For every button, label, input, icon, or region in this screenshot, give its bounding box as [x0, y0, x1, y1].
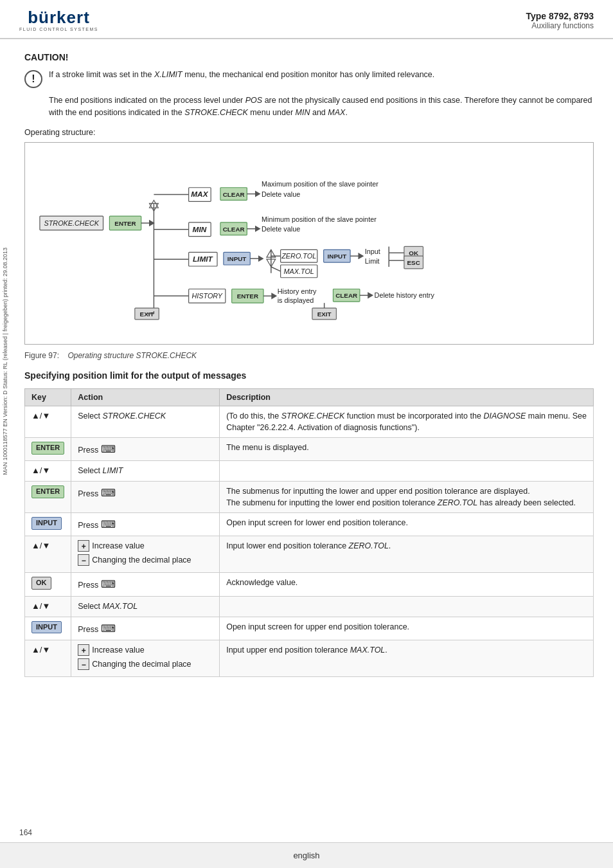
up-down-arrows: ▲/▼	[31, 466, 50, 475]
plus-action: + Increase value	[78, 644, 144, 656]
plus-action: + Increase value	[78, 540, 144, 552]
action-cell: Select STROKE.CHECK	[71, 406, 220, 437]
action-cell: Press ⌨	[71, 437, 220, 460]
ok-badge: OK	[31, 577, 51, 590]
minus-badge: −	[78, 554, 89, 566]
caution-title: CAUTION!	[24, 52, 594, 62]
minus-label: Changing the decimal place	[92, 658, 191, 670]
diagram-svg: STROKE.CHECK ENTER MAX CLEAR Delete v	[37, 153, 582, 333]
table-row: ▲/▼ + Increase value − Changing the deci…	[25, 536, 594, 573]
svg-text:Input: Input	[365, 248, 380, 255]
svg-text:MAX: MAX	[191, 190, 208, 199]
table-row: ENTER Press ⌨ The menu is displayed.	[25, 437, 594, 460]
svg-text:CLEAR: CLEAR	[223, 225, 245, 232]
header-subtitle: Auxiliary functions	[526, 21, 594, 30]
action-cell: + Increase value − Changing the decimal …	[71, 640, 220, 676]
up-down-arrows: ▲/▼	[31, 645, 50, 655]
table-row: ▲/▼ Select MAX.TOL	[25, 596, 594, 617]
svg-text:CLEAR: CLEAR	[223, 190, 245, 197]
svg-text:LIMIT: LIMIT	[193, 255, 214, 264]
minus-badge: −	[78, 658, 89, 670]
header-title: Type 8792, 8793	[526, 11, 594, 21]
action-cell: Select LIMIT	[71, 460, 220, 481]
plus-label: Increase value	[92, 644, 144, 656]
svg-line-51	[271, 266, 281, 271]
col-key: Key	[25, 388, 71, 406]
caution-box: ! If a stroke limit was set in the X.LIM…	[24, 69, 594, 88]
caution-text2: The end positions indicated on the proce…	[49, 95, 594, 119]
desc-cell	[220, 596, 594, 617]
col-action: Action	[71, 388, 220, 406]
header-right: Type 8792, 8793 Auxiliary functions	[526, 11, 594, 30]
table-row: ▲/▼ + Increase value − Changing the deci…	[25, 640, 594, 676]
desc-cell: The menu is displayed.	[220, 437, 594, 460]
enter-badge: ENTER	[31, 485, 64, 498]
svg-text:ZERO.TOL: ZERO.TOL	[281, 252, 316, 260]
op-structure-label: Operating structure:	[24, 128, 594, 137]
footer-language: english	[293, 851, 319, 860]
svg-text:Maximum position of the slave : Maximum position of the slave pointer	[262, 179, 378, 187]
desc-cell: Input lower end position tolerance ZERO.…	[220, 536, 594, 573]
table-row: OK Press ⌨ Acknowledge value.	[25, 573, 594, 596]
page-number: 164	[19, 828, 32, 837]
caution-icon: !	[24, 70, 42, 88]
key-cell: ▲/▼	[25, 460, 71, 481]
desc-cell: (To do this, the STROKE.CHECK function m…	[220, 406, 594, 437]
svg-text:History entry: History entry	[278, 287, 317, 295]
up-down-arrows: ▲/▼	[31, 541, 50, 550]
action-cell: Press ⌨	[71, 513, 220, 536]
svg-text:EXIT: EXIT	[317, 310, 332, 317]
action-cell: + Increase value − Changing the decimal …	[71, 536, 220, 573]
table-row: INPUT Press ⌨ Open input screen for lowe…	[25, 513, 594, 536]
svg-text:Delete value: Delete value	[262, 224, 300, 232]
desc-cell: Input upper end position tolerance MAX.T…	[220, 640, 594, 676]
key-cell: INPUT	[25, 513, 71, 536]
key-cell: OK	[25, 573, 71, 596]
key-cell: ENTER	[25, 481, 71, 512]
svg-text:HISTORY: HISTORY	[191, 292, 222, 300]
key-cell: ▲/▼	[25, 640, 71, 676]
input-badge: INPUT	[31, 621, 62, 634]
desc-cell: Acknowledge value.	[220, 573, 594, 596]
svg-text:CLEAR: CLEAR	[335, 292, 357, 299]
figure-caption-text: Operating structure STROKE.CHECK	[67, 351, 197, 360]
key-cell: ▲/▼	[25, 406, 71, 437]
up-down-arrows: ▲/▼	[31, 601, 50, 611]
svg-text:OK: OK	[409, 249, 419, 257]
figure-number: Figure 97:	[24, 351, 59, 360]
svg-text:Minimum position of the slave : Minimum position of the slave pointer	[262, 215, 377, 222]
key-cell: ▲/▼	[25, 596, 71, 617]
section-heading: Specifying position limit for the output…	[24, 370, 594, 381]
desc-cell: Open input screen for upper end position…	[220, 617, 594, 640]
action-cell: Press ⌨	[71, 573, 220, 596]
svg-text:ENTER: ENTER	[237, 293, 258, 300]
key-cell: ENTER	[25, 437, 71, 460]
diagram-box: STROKE.CHECK ENTER MAX CLEAR Delete v	[24, 142, 594, 345]
figure-caption: Figure 97: Operating structure STROKE.CH…	[24, 351, 594, 360]
caution-text1: If a stroke limit was set in the X.LIMIT…	[49, 69, 434, 81]
plus-badge: +	[78, 644, 89, 656]
minus-action: − Changing the decimal place	[78, 658, 191, 670]
svg-text:ESC: ESC	[407, 259, 420, 266]
svg-text:STROKE.CHECK: STROKE.CHECK	[44, 219, 100, 226]
col-description: Description	[220, 388, 594, 406]
table-row: ENTER Press ⌨ The submenus for inputting…	[25, 481, 594, 512]
desc-cell: Open input screen for lower end position…	[220, 513, 594, 536]
logo: bürkert FLUID CONTROL SYSTEMS	[19, 9, 98, 32]
footer: english	[0, 842, 613, 868]
up-down-arrows: ▲/▼	[31, 411, 50, 420]
table-row: ▲/▼ Select STROKE.CHECK (To do this, the…	[25, 406, 594, 437]
plus-badge: +	[78, 540, 89, 552]
key-cell: ▲/▼	[25, 536, 71, 573]
logo-text: bürkert	[28, 9, 90, 26]
svg-text:INPUT: INPUT	[227, 255, 247, 262]
svg-text:MAX.TOL: MAX.TOL	[284, 267, 314, 275]
svg-text:is displayed: is displayed	[278, 296, 314, 304]
svg-text:MIN: MIN	[193, 224, 207, 233]
action-cell: Press ⌨	[71, 617, 220, 640]
page-header: bürkert FLUID CONTROL SYSTEMS Type 8792,…	[0, 0, 613, 39]
enter-badge: ENTER	[31, 442, 64, 455]
key-cell: INPUT	[25, 617, 71, 640]
desc-cell	[220, 460, 594, 481]
minus-action: − Changing the decimal place	[78, 554, 191, 566]
